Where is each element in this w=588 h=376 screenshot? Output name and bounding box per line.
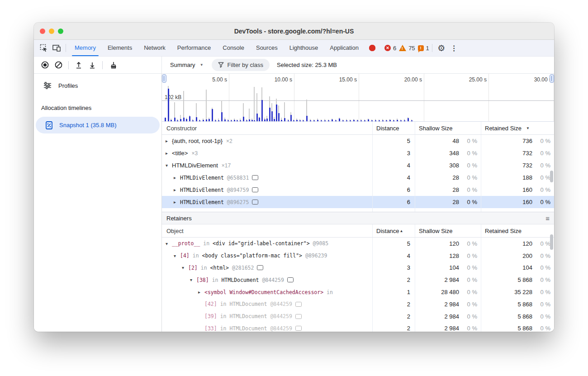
retainer-row[interactable]: ▾[2] in <html> @28165231040 %1040 %	[162, 262, 554, 274]
chevron-down-icon: ▼	[200, 63, 204, 67]
retainers-menu-icon[interactable]: ≡	[545, 215, 550, 222]
warning-badge[interactable]: 75	[399, 45, 415, 52]
retainer-row[interactable]: ▸[39] in HTMLDocument @84425922 9840 %5 …	[162, 310, 554, 323]
clear-profiles-button[interactable]	[52, 59, 65, 71]
allocation-bar-live	[313, 120, 315, 121]
tab-memory[interactable]: Memory	[69, 40, 102, 56]
warning-count: 75	[408, 45, 415, 52]
device-toolbar-button[interactable]	[50, 42, 63, 54]
collect-garbage-button[interactable]	[106, 59, 119, 71]
shallow-size-value: 28 480	[441, 289, 459, 295]
inspect-element-button[interactable]	[38, 42, 50, 54]
retainer-row[interactable]: ▾[38] in HTMLDocument @84425922 9840 %5 …	[162, 274, 554, 286]
expand-arrow-icon[interactable]: ▸	[166, 138, 172, 143]
reveal-element-icon[interactable]	[295, 326, 302, 331]
retainer-row[interactable]: ▾__proto__ in <div id="grid-label-contai…	[162, 238, 554, 250]
reveal-element-icon[interactable]	[295, 314, 302, 319]
tab-network[interactable]: Network	[138, 40, 171, 56]
tab-performance[interactable]: Performance	[171, 40, 217, 56]
expand-arrow-icon[interactable]: ▸	[174, 187, 180, 192]
constructor-row[interactable]: ▸HTMLDivElement @8947596280 %1600 %	[162, 184, 554, 196]
allocation-bar-live	[243, 117, 244, 121]
constructor-row[interactable]: ▾HTMLDivElement×1743080 %7320 %	[162, 159, 554, 171]
constructor-scrollbar-thumb[interactable]	[550, 171, 553, 182]
profiles-header[interactable]: Profiles	[34, 77, 161, 94]
retainer-row[interactable]: ▸<symbol Window#DocumentCachedAccessor> …	[162, 286, 554, 298]
shallow-size-cell: 2 9840 %	[415, 274, 481, 286]
reveal-element-icon[interactable]	[252, 200, 258, 205]
collapse-arrow-icon[interactable]: ▾	[166, 163, 172, 168]
constructor-row[interactable]: ▸HTMLDivElement @6588314280 %1880 %	[162, 171, 554, 184]
more-options-button[interactable]: ⋮	[448, 42, 460, 54]
distance-column-label: Distance	[376, 125, 399, 132]
retainers-scrollbar-thumb[interactable]	[550, 234, 553, 250]
take-snapshot-button[interactable]	[38, 59, 51, 71]
retainer-row[interactable]: ▸[42] in HTMLDocument @84425922 9840 %5 …	[162, 298, 554, 310]
reveal-element-icon[interactable]	[295, 302, 302, 307]
fullscreen-window-button[interactable]	[58, 29, 63, 34]
allocation-bar-live	[357, 120, 358, 121]
retained-size-value: 35 228	[514, 289, 532, 295]
window-titlebar: DevTools - store.google.com/?hl=en-US	[34, 23, 554, 40]
allocation-bar-live	[180, 119, 181, 121]
issues-badge[interactable]: ! 1	[418, 45, 429, 52]
retainers-distance-column-header[interactable]: Distance ▲	[372, 224, 415, 237]
retained-size-column-header[interactable]: Retained Size ▼	[481, 122, 554, 134]
retainer-row[interactable]: ▸[33] in HTMLDocument @84425922 9840 %5 …	[162, 323, 554, 332]
allocation-bar-live	[296, 120, 298, 121]
object-column-header[interactable]: Object	[162, 224, 372, 237]
constructor-row[interactable]: ▸HTMLDivElement	[162, 208, 554, 212]
minimize-window-button[interactable]	[49, 29, 54, 34]
perspective-select[interactable]: Summary ▼	[167, 60, 206, 70]
tab-application[interactable]: Application	[324, 40, 365, 56]
collapse-arrow-icon[interactable]: ▾	[190, 277, 196, 282]
distance-cell: 2	[372, 298, 415, 310]
constructor-row[interactable]: ▸<title>×333480 %7320 %	[162, 147, 554, 159]
error-badge[interactable]: ✕ 6	[369, 45, 396, 52]
close-window-button[interactable]	[40, 29, 45, 34]
window-title: DevTools - store.google.com/?hl=en-US	[234, 28, 354, 35]
snapshot-item[interactable]: Snapshot 1 (35.8 MB)	[36, 117, 160, 133]
allocation-bar-live	[177, 120, 178, 121]
settings-button[interactable]: ⚙	[435, 42, 448, 54]
shallow-size-value: 348	[449, 150, 459, 157]
tab-sources[interactable]: Sources	[250, 40, 284, 56]
retainers-retained-size-column-header[interactable]: Retained Size	[481, 224, 554, 237]
reveal-element-icon[interactable]	[257, 265, 263, 270]
retainer-row[interactable]: ▾[4] in <body class="platform-mac fill">…	[162, 250, 554, 262]
shallow-size-column-header[interactable]: Shallow Size	[415, 122, 481, 134]
class-filter-input[interactable]: Filter by class	[212, 59, 270, 71]
expand-arrow-icon[interactable]: ▸	[198, 290, 204, 295]
allocation-timelines-section-label: Allocation timelines	[34, 94, 161, 113]
selection-handle-right[interactable]	[550, 74, 554, 83]
shallow-size-percent: 0 %	[459, 276, 477, 283]
expand-arrow-icon[interactable]: ▸	[174, 200, 180, 205]
tab-console[interactable]: Console	[217, 40, 250, 56]
tab-lighthouse[interactable]: Lighthouse	[284, 40, 324, 56]
distance-column-header[interactable]: Distance	[372, 122, 415, 134]
timeline-overview[interactable]: 5.00 s10.00 s15.00 s20.00 s25.00 s30.00 …	[162, 74, 554, 122]
in-keyword: in	[217, 325, 230, 332]
constructor-column-header[interactable]: Constructor	[162, 122, 372, 134]
in-keyword: in	[217, 313, 230, 319]
expand-arrow-icon[interactable]: ▸	[166, 151, 172, 156]
collapse-arrow-icon[interactable]: ▾	[166, 241, 172, 246]
collapse-arrow-icon[interactable]: ▾	[174, 253, 180, 258]
load-profile-button[interactable]	[72, 59, 85, 71]
reveal-element-icon[interactable]	[252, 187, 258, 192]
reveal-element-icon[interactable]	[287, 277, 294, 282]
allocation-bar-live	[251, 120, 253, 121]
reveal-element-icon[interactable]	[252, 175, 258, 180]
error-icon	[369, 45, 375, 51]
expand-arrow-icon[interactable]: ▸	[174, 175, 180, 180]
allocation-bar-live	[278, 113, 280, 121]
allocation-bar-live	[269, 108, 270, 121]
retained-size-cell: 5 8680 %	[481, 323, 554, 332]
constructor-row[interactable]: ▸HTMLDivElement @8962756280 %1600 %	[162, 196, 554, 208]
retainers-shallow-size-column-header[interactable]: Shallow Size	[415, 224, 481, 237]
tab-elements[interactable]: Elements	[102, 40, 138, 56]
selection-handle-left[interactable]	[162, 74, 166, 83]
save-profile-button[interactable]	[86, 59, 99, 71]
collapse-arrow-icon[interactable]: ▾	[182, 265, 188, 270]
constructor-row[interactable]: ▸{auth, root, root-1p}×25480 %7360 %	[162, 135, 554, 147]
